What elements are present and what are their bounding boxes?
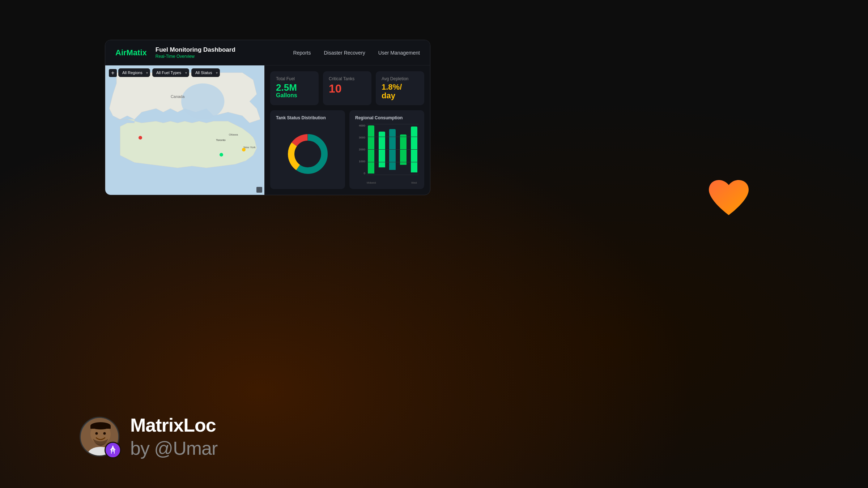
x-label-west: West [410,181,418,184]
nav-reports[interactable]: Reports [293,50,311,56]
regions-filter[interactable]: All Regions North South East West [118,68,150,77]
total-fuel-unit: Gallons [276,92,313,99]
y-label-0: 0 [355,172,365,175]
map-svg: Canada Ottawa Toronto New York [105,65,264,195]
status-filter-wrapper: All Status Normal Warning Critical [191,68,220,77]
tank-status-chart-body [276,124,339,184]
x-label-3 [388,181,397,184]
regional-consumption-title: Regional Consumption [355,115,418,120]
avg-depletion-card: Avg Depletion 1.8%/ day [376,71,424,105]
map-zoom-button[interactable]: + [109,69,117,77]
tank-status-title: Tank Status Distribution [276,115,339,120]
recent-alerts-bar: Recent Alerts [105,195,430,195]
nav-bar: Reports Disaster Recovery User Managemen… [293,50,420,56]
user-badge [105,442,121,458]
map-panel[interactable]: + All Regions North South East West All … [105,65,264,195]
app-logo: AirMatix [115,48,147,57]
heart-svg [705,177,752,221]
dashboard-container: AirMatix Fuel Monitoring Dashboard Real-… [105,40,430,195]
y-label-4000: 4000 [355,124,365,127]
total-fuel-label: Total Fuel [276,76,313,81]
avg-depletion-label: Avg Depletion [382,76,418,81]
title-block: Fuel Monitoring Dashboard Real-Time Over… [156,46,235,59]
critical-tanks-card: Critical Tanks 10 [323,71,371,105]
charts-row: Tank Status Distribution [270,110,424,189]
donut-svg [286,132,329,176]
svg-text:Ottawa: Ottawa [229,133,238,136]
svg-point-19 [95,432,98,435]
main-content: + All Regions North South East West All … [105,65,430,195]
fuel-types-filter[interactable]: All Fuel Types Diesel Gasoline Jet Fuel [152,68,189,77]
filter-bar: All Regions North South East West All Fu… [118,68,220,77]
heart-icon [705,177,752,221]
total-fuel-value: 2.5M [276,83,313,92]
status-filter[interactable]: All Status Normal Warning Critical [191,68,220,77]
avg-depletion-value: 1.8%/ day [382,83,418,100]
map-dot-warning[interactable] [242,148,246,151]
dashboard-title: Fuel Monitoring Dashboard [156,46,235,53]
svg-text:Canada: Canada [171,94,185,99]
user-info: MatrixLoc by @Umar [130,414,217,459]
bottom-section: MatrixLoc by @Umar [80,414,217,459]
y-label-1000: 1000 [355,160,365,163]
donut-chart [286,132,329,176]
nav-user-management[interactable]: User Management [378,50,420,56]
svg-text:Toronto: Toronto [216,138,226,142]
map-dot-normal[interactable] [220,153,223,157]
header: AirMatix Fuel Monitoring Dashboard Real-… [105,40,430,65]
user-avatar-wrapper [80,417,119,457]
map-dot-critical[interactable] [139,136,142,140]
regions-filter-wrapper: All Regions North South East West [118,68,150,77]
dashboard-subtitle: Real-Time Overview [156,54,235,59]
critical-tanks-label: Critical Tanks [329,76,366,81]
svg-point-26 [112,447,114,448]
x-label-midwest: Midwest [367,181,376,184]
regional-consumption-card: Regional Consumption 4000 3000 2000 1000 [349,110,424,189]
total-fuel-card: Total Fuel 2.5M Gallons [270,71,319,105]
right-panel: Total Fuel 2.5M Gallons Critical Tanks 1… [264,65,430,195]
svg-rect-25 [112,449,113,451]
tank-status-card: Tank Status Distribution [270,110,345,189]
x-label-2 [378,181,387,184]
svg-text:New York: New York [243,146,256,149]
stat-cards: Total Fuel 2.5M Gallons Critical Tanks 1… [270,71,424,105]
fuel-types-filter-wrapper: All Fuel Types Diesel Gasoline Jet Fuel [152,68,189,77]
svg-point-20 [103,432,106,435]
svg-rect-18 [90,426,111,429]
critical-tanks-value: 10 [329,83,366,94]
user-display-name: MatrixLoc [130,414,217,436]
regional-consumption-body: 4000 3000 2000 1000 0 [355,124,418,184]
nav-disaster-recovery[interactable]: Disaster Recovery [324,50,365,56]
y-label-3000: 3000 [355,136,365,139]
map-corner-marker [256,187,262,193]
user-handle: by @Umar [130,437,217,459]
badge-svg [108,445,118,455]
y-label-2000: 2000 [355,148,365,151]
svg-point-1 [181,84,224,119]
x-label-4 [399,181,408,184]
svg-rect-24 [112,451,114,454]
